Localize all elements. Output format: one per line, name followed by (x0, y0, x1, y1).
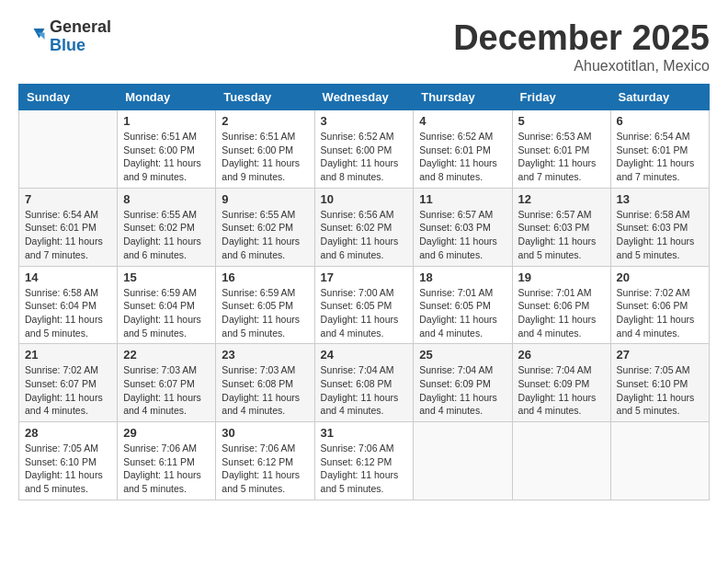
day-number: 15 (123, 270, 210, 284)
day-info: Sunrise: 7:04 AM Sunset: 6:09 PM Dayligh… (419, 363, 506, 418)
day-number: 1 (123, 114, 210, 128)
day-info: Sunrise: 7:06 AM Sunset: 6:11 PM Dayligh… (123, 442, 210, 496)
day-info: Sunrise: 7:06 AM Sunset: 6:12 PM Dayligh… (321, 442, 408, 496)
calendar-cell: 2Sunrise: 6:51 AM Sunset: 6:00 PM Daylig… (216, 110, 314, 189)
day-number: 24 (321, 348, 408, 362)
day-info: Sunrise: 7:06 AM Sunset: 6:12 PM Dayligh… (222, 442, 308, 496)
calendar-cell: 21Sunrise: 7:02 AM Sunset: 6:07 PM Dayli… (19, 344, 118, 422)
day-info: Sunrise: 6:52 AM Sunset: 6:01 PM Dayligh… (419, 130, 506, 184)
day-number: 31 (321, 426, 408, 440)
day-info: Sunrise: 7:03 AM Sunset: 6:08 PM Dayligh… (222, 363, 308, 418)
calendar-cell: 25Sunrise: 7:04 AM Sunset: 6:09 PM Dayli… (414, 344, 512, 422)
calendar-cell: 6Sunrise: 6:54 AM Sunset: 6:01 PM Daylig… (610, 110, 709, 189)
calendar-cell: 26Sunrise: 7:04 AM Sunset: 6:09 PM Dayli… (512, 344, 610, 422)
day-info: Sunrise: 6:57 AM Sunset: 6:03 PM Dayligh… (518, 208, 605, 262)
day-number: 11 (419, 192, 506, 206)
day-number: 4 (419, 114, 506, 128)
calendar-cell: 8Sunrise: 6:55 AM Sunset: 6:02 PM Daylig… (118, 188, 216, 266)
calendar-cell: 17Sunrise: 7:00 AM Sunset: 6:05 PM Dayli… (314, 266, 414, 344)
calendar-cell (414, 422, 512, 500)
day-info: Sunrise: 7:03 AM Sunset: 6:07 PM Dayligh… (123, 363, 210, 418)
logo-general: General (50, 18, 111, 37)
day-number: 30 (222, 426, 308, 440)
calendar-cell: 20Sunrise: 7:02 AM Sunset: 6:06 PM Dayli… (610, 266, 709, 344)
calendar-cell: 15Sunrise: 6:59 AM Sunset: 6:04 PM Dayli… (118, 266, 216, 344)
calendar-cell: 7Sunrise: 6:54 AM Sunset: 6:01 PM Daylig… (19, 188, 118, 266)
calendar-cell: 1Sunrise: 6:51 AM Sunset: 6:00 PM Daylig… (118, 110, 216, 189)
day-number: 9 (222, 192, 308, 206)
day-number: 2 (222, 114, 308, 128)
calendar-cell: 30Sunrise: 7:06 AM Sunset: 6:12 PM Dayli… (216, 422, 314, 500)
day-info: Sunrise: 6:59 AM Sunset: 6:05 PM Dayligh… (222, 286, 308, 340)
calendar-cell: 9Sunrise: 6:55 AM Sunset: 6:02 PM Daylig… (216, 188, 314, 266)
calendar-cell (610, 422, 709, 500)
logo-text: General Blue (50, 18, 111, 55)
day-info: Sunrise: 7:04 AM Sunset: 6:08 PM Dayligh… (321, 363, 408, 418)
day-number: 28 (25, 426, 111, 440)
col-header-friday: Friday (512, 85, 610, 110)
calendar-cell: 23Sunrise: 7:03 AM Sunset: 6:08 PM Dayli… (216, 344, 314, 422)
col-header-wednesday: Wednesday (314, 85, 414, 110)
calendar-cell: 31Sunrise: 7:06 AM Sunset: 6:12 PM Dayli… (314, 422, 414, 500)
day-number: 6 (617, 114, 703, 128)
day-info: Sunrise: 6:53 AM Sunset: 6:01 PM Dayligh… (518, 130, 605, 184)
calendar-cell: 19Sunrise: 7:01 AM Sunset: 6:06 PM Dayli… (512, 266, 610, 344)
day-info: Sunrise: 6:51 AM Sunset: 6:00 PM Dayligh… (123, 130, 210, 184)
day-number: 29 (123, 426, 210, 440)
day-number: 7 (25, 192, 111, 206)
day-info: Sunrise: 6:58 AM Sunset: 6:04 PM Dayligh… (25, 286, 111, 340)
day-number: 16 (222, 270, 308, 284)
day-info: Sunrise: 6:52 AM Sunset: 6:00 PM Dayligh… (321, 130, 408, 184)
day-number: 27 (617, 348, 703, 362)
day-info: Sunrise: 6:57 AM Sunset: 6:03 PM Dayligh… (419, 208, 506, 262)
month-title: December 2025 (453, 18, 710, 58)
page-header: General Blue December 2025 Ahuexotitlan,… (18, 18, 710, 75)
calendar-cell: 13Sunrise: 6:58 AM Sunset: 6:03 PM Dayli… (610, 188, 709, 266)
calendar-cell: 28Sunrise: 7:05 AM Sunset: 6:10 PM Dayli… (19, 422, 118, 500)
col-header-saturday: Saturday (610, 85, 709, 110)
calendar-cell: 3Sunrise: 6:52 AM Sunset: 6:00 PM Daylig… (314, 110, 414, 189)
day-info: Sunrise: 6:55 AM Sunset: 6:02 PM Dayligh… (222, 208, 308, 262)
day-info: Sunrise: 6:55 AM Sunset: 6:02 PM Dayligh… (123, 208, 210, 262)
day-info: Sunrise: 7:05 AM Sunset: 6:10 PM Dayligh… (617, 363, 703, 418)
day-info: Sunrise: 7:00 AM Sunset: 6:05 PM Dayligh… (321, 286, 408, 340)
day-info: Sunrise: 6:58 AM Sunset: 6:03 PM Dayligh… (617, 208, 703, 262)
calendar-cell: 24Sunrise: 7:04 AM Sunset: 6:08 PM Dayli… (314, 344, 414, 422)
day-number: 10 (321, 192, 408, 206)
calendar-cell: 10Sunrise: 6:56 AM Sunset: 6:02 PM Dayli… (314, 188, 414, 266)
title-area: December 2025 Ahuexotitlan, Mexico (453, 18, 710, 75)
calendar-cell: 18Sunrise: 7:01 AM Sunset: 6:05 PM Dayli… (414, 266, 512, 344)
day-info: Sunrise: 6:54 AM Sunset: 6:01 PM Dayligh… (25, 208, 111, 262)
day-number: 26 (518, 348, 605, 362)
calendar-cell: 29Sunrise: 7:06 AM Sunset: 6:11 PM Dayli… (118, 422, 216, 500)
day-info: Sunrise: 7:05 AM Sunset: 6:10 PM Dayligh… (25, 442, 111, 496)
calendar-cell: 16Sunrise: 6:59 AM Sunset: 6:05 PM Dayli… (216, 266, 314, 344)
calendar-cell: 5Sunrise: 6:53 AM Sunset: 6:01 PM Daylig… (512, 110, 610, 189)
calendar-cell: 27Sunrise: 7:05 AM Sunset: 6:10 PM Dayli… (610, 344, 709, 422)
day-info: Sunrise: 6:56 AM Sunset: 6:02 PM Dayligh… (321, 208, 408, 262)
day-info: Sunrise: 7:02 AM Sunset: 6:07 PM Dayligh… (25, 363, 111, 418)
day-number: 22 (123, 348, 210, 362)
day-info: Sunrise: 7:01 AM Sunset: 6:06 PM Dayligh… (518, 286, 605, 340)
calendar-cell: 22Sunrise: 7:03 AM Sunset: 6:07 PM Dayli… (118, 344, 216, 422)
col-header-thursday: Thursday (414, 85, 512, 110)
calendar: SundayMondayTuesdayWednesdayThursdayFrid… (18, 84, 710, 500)
day-number: 25 (419, 348, 506, 362)
day-number: 20 (617, 270, 703, 284)
col-header-sunday: Sunday (19, 85, 118, 110)
day-number: 5 (518, 114, 605, 128)
day-number: 17 (321, 270, 408, 284)
calendar-cell: 11Sunrise: 6:57 AM Sunset: 6:03 PM Dayli… (414, 188, 512, 266)
day-info: Sunrise: 7:02 AM Sunset: 6:06 PM Dayligh… (617, 286, 703, 340)
day-number: 18 (419, 270, 506, 284)
calendar-cell: 12Sunrise: 6:57 AM Sunset: 6:03 PM Dayli… (512, 188, 610, 266)
day-number: 14 (25, 270, 111, 284)
day-number: 12 (518, 192, 605, 206)
day-number: 8 (123, 192, 210, 206)
day-info: Sunrise: 7:04 AM Sunset: 6:09 PM Dayligh… (518, 363, 605, 418)
col-header-tuesday: Tuesday (216, 85, 314, 110)
day-number: 23 (222, 348, 308, 362)
day-info: Sunrise: 7:01 AM Sunset: 6:05 PM Dayligh… (419, 286, 506, 340)
logo-blue: Blue (50, 37, 111, 55)
logo-icon (18, 23, 46, 51)
